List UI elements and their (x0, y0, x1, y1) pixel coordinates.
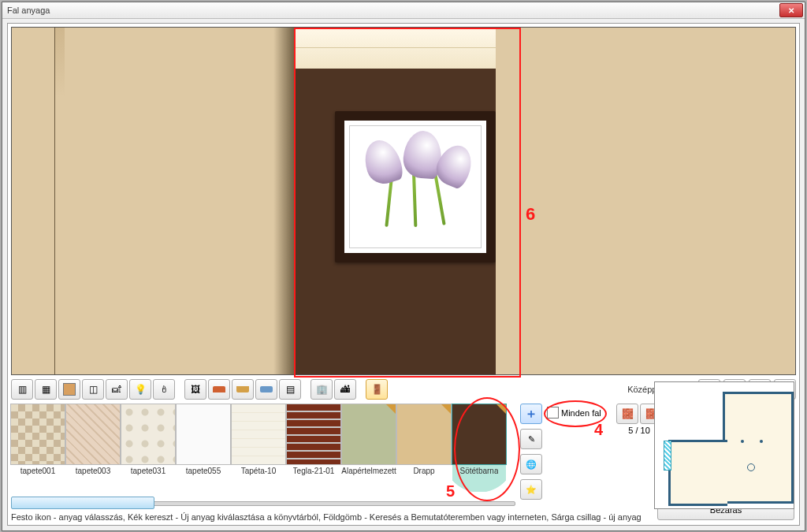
material-thumb-selected[interactable]: Sötétbarna (452, 404, 506, 492)
selected-wall-indicator (664, 441, 671, 471)
picture-frame (335, 111, 496, 262)
cat-window-icon[interactable]: ▦ (35, 379, 57, 400)
help-text: Festo ikon - anyag válasszás, Kék keresz… (11, 512, 649, 522)
annotation-4: 4 (594, 421, 603, 439)
dialog-client: 6 ▥ ▦ ◫ 🛋 💡 🕯 🖼 ▤ 🏢 🏙 🚪 Középpontba (7, 23, 800, 526)
cat-picture-icon[interactable]: 🖼 (184, 379, 206, 400)
add-material-button[interactable]: ＋ (520, 404, 542, 424)
cat-tile-icon[interactable]: ▤ (279, 379, 301, 400)
cat-wall-icon[interactable] (58, 379, 80, 400)
material-thumb[interactable]: tapete031 (121, 404, 175, 492)
titlebar: Fal anyaga ✕ (2, 2, 805, 19)
dialog-window: Fal anyaga ✕ (2, 2, 805, 531)
cat-roof-icon[interactable] (208, 379, 230, 400)
cat-lamp-icon[interactable]: 💡 (129, 379, 151, 400)
edit-material-button[interactable]: ✎ (520, 429, 542, 449)
window-close-button[interactable]: ✕ (779, 3, 803, 17)
material-thumb[interactable]: Tegla-21-01 (287, 404, 340, 492)
material-thumb[interactable]: tapete003 (66, 404, 120, 492)
wall-preview[interactable]: 6 (11, 27, 796, 375)
web-search-button[interactable]: 🌐 (520, 454, 542, 474)
material-thumb[interactable]: tapete001 (11, 404, 65, 492)
all-walls-label: Minden fal (561, 408, 601, 418)
cat-door-icon[interactable]: ◫ (82, 379, 104, 400)
all-walls-option: Minden fal (547, 407, 601, 419)
window-title: Fal anyaga (7, 6, 779, 15)
cat-furniture-icon[interactable]: 🛋 (106, 379, 128, 400)
pager-prev-button[interactable]: 🧱 (616, 404, 638, 424)
cat-divide-icon[interactable]: ▥ (11, 379, 33, 400)
favorite-button[interactable]: ⭐ (520, 479, 542, 500)
material-thumb[interactable]: tapete055 (177, 404, 230, 492)
cat-lampshade-icon[interactable]: 🕯 (153, 379, 175, 400)
cat-carpet-icon[interactable] (255, 379, 277, 400)
floorplan-minimap[interactable] (654, 381, 794, 509)
pager-text: 5 / 10 (628, 426, 650, 435)
material-thumb[interactable]: Alapértelmezett (342, 404, 396, 492)
material-scrollbar[interactable] (11, 497, 515, 509)
annotation-6: 6 (526, 204, 535, 225)
cat-floor-icon[interactable] (232, 379, 254, 400)
all-walls-checkbox[interactable] (547, 407, 559, 419)
material-actions: ＋ ✎ 🌐 ⭐ (520, 404, 542, 500)
cat-city-icon[interactable]: 🏙 (334, 379, 356, 400)
cat-building-icon[interactable]: 🏢 (311, 379, 333, 400)
material-thumb[interactable]: Drapp (397, 404, 451, 492)
material-strip: tapete001 tapete003 tapete031 tapete055 … (11, 404, 515, 492)
material-thumb[interactable]: Tapéta-10 (232, 404, 285, 492)
cat-door2-icon[interactable]: 🚪 (366, 379, 388, 400)
